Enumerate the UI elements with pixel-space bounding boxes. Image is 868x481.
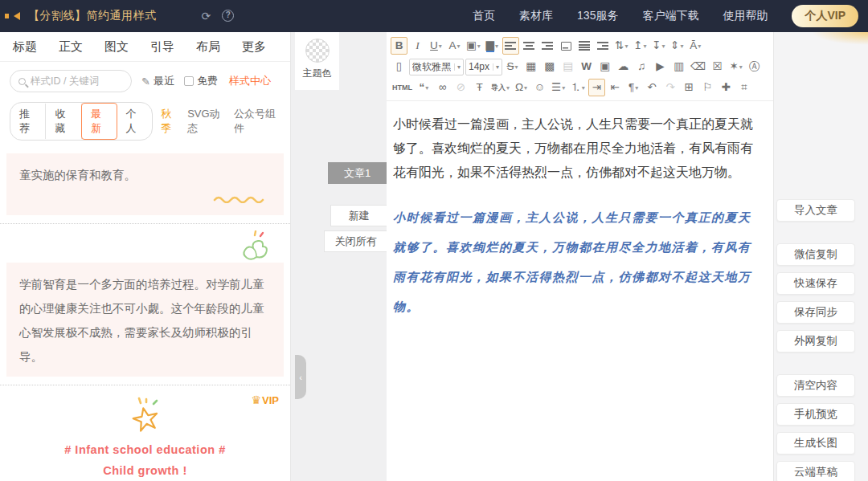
text-style-button[interactable]: ▣▾ xyxy=(465,37,482,55)
style-search-input[interactable] xyxy=(31,75,119,87)
bullet-list-button[interactable]: ☰▾ xyxy=(550,79,567,96)
nav-client-download[interactable]: 客户端下载 xyxy=(642,9,698,23)
font-family-select[interactable]: 微软雅黑▾ xyxy=(409,59,464,75)
import-article-button[interactable]: 导入文章 xyxy=(776,199,855,222)
style-card-3[interactable]: ♛ VIP # Infant school education # Child … xyxy=(0,390,290,481)
nav-help[interactable]: 使用帮助 xyxy=(723,9,768,23)
special-characters-button[interactable]: Ω▾ xyxy=(513,79,530,96)
clear-format-button[interactable]: ☒ xyxy=(709,58,726,75)
paragraph-plain[interactable]: 小时候看过一篇漫画，主人公说，人生只需要一个真正的夏天就够了。喜欢绚烂的夏天，万… xyxy=(393,112,764,185)
personal-vip-button[interactable]: 个人VIP xyxy=(792,5,858,27)
align-justify-button[interactable] xyxy=(576,37,593,55)
paragraph-styled-blue[interactable]: 小时候看过一篇漫画，主人公说，人生只需要一个真正的夏天就够了。喜欢绚烂的夏天，万… xyxy=(393,202,764,321)
space-after-paragraph-button[interactable]: ↧▾ xyxy=(650,37,667,55)
refresh-icon[interactable]: ⟳ xyxy=(202,10,211,22)
new-article-button[interactable]: 新建 xyxy=(330,205,387,226)
layout-columns-button[interactable]: ▥ xyxy=(670,58,687,75)
eraser-button[interactable]: ⌫ xyxy=(689,58,707,75)
import-button[interactable]: 导入▾ xyxy=(489,79,511,96)
article-tab-1[interactable]: 文章1 xyxy=(328,162,387,184)
align-center-button[interactable] xyxy=(521,37,538,55)
tab-body[interactable]: 正文 xyxy=(59,39,83,55)
style-search-box[interactable] xyxy=(10,70,132,92)
font-color-icon: A xyxy=(448,40,456,51)
filter-personal[interactable]: 个人 xyxy=(117,104,151,139)
undo-button[interactable]: ↶ xyxy=(644,79,661,96)
free-filter-checkbox[interactable]: 免费 xyxy=(184,74,218,88)
filter-autumn[interactable]: 秋季 xyxy=(161,107,179,136)
collapse-panel-handle[interactable]: ‹ xyxy=(295,355,306,399)
tab-layout[interactable]: 布局 xyxy=(196,39,220,55)
filter-svg-animation[interactable]: SVG动态 xyxy=(187,107,226,136)
editor-content[interactable]: 小时候看过一篇漫画，主人公说，人生只需要一个真正的夏天就够了。喜欢绚烂的夏天，万… xyxy=(387,101,773,481)
nav-material-library[interactable]: 素材库 xyxy=(519,9,553,23)
insert-video-button[interactable]: ▶ xyxy=(652,58,669,75)
font-size-select[interactable]: 14px▾ xyxy=(465,59,502,75)
image-grid-button[interactable]: ▩ xyxy=(541,58,558,75)
help-icon[interactable]: ? xyxy=(222,10,234,22)
generate-long-image-button[interactable]: 生成长图 xyxy=(776,432,855,455)
paragraph-format-button[interactable]: ¶▾ xyxy=(625,79,642,96)
tab-guide[interactable]: 引导 xyxy=(150,39,174,55)
close-all-button[interactable]: 关闭所有 xyxy=(324,230,387,252)
style-center-link[interactable]: 样式中心 xyxy=(229,74,271,88)
filter-favorites[interactable]: 收藏 xyxy=(46,104,81,139)
line-height-button[interactable]: ⇕▾ xyxy=(669,37,686,55)
outline-list-button[interactable]: ⊞ xyxy=(681,79,698,96)
wechat-copy-button[interactable]: 微信复制 xyxy=(776,243,855,266)
chevron-down-icon: ▾ xyxy=(643,43,646,50)
sidebar-group-gap xyxy=(774,359,868,374)
italic-button[interactable]: I xyxy=(409,37,426,55)
filter-newest[interactable]: 最新 xyxy=(81,103,117,140)
blockquote-button[interactable]: “▾ xyxy=(416,79,432,96)
location-map-button[interactable]: ⚐ xyxy=(699,79,716,96)
tab-image-text[interactable]: 图文 xyxy=(104,39,129,55)
mobile-preview-button[interactable]: 手机预览 xyxy=(776,403,855,426)
align-left-button[interactable] xyxy=(502,37,519,55)
space-before-paragraph-button[interactable]: ↥▾ xyxy=(632,37,649,55)
filter-official-components[interactable]: 公众号组件 xyxy=(234,107,280,136)
font-color-button[interactable]: A▾ xyxy=(446,37,463,55)
image-align-button[interactable] xyxy=(558,37,575,55)
find-replace-button[interactable]: Ⓐ xyxy=(746,58,763,75)
clear-content-button[interactable]: 清空内容 xyxy=(776,374,855,397)
numbered-list-button[interactable]: ⒈▾ xyxy=(568,79,587,96)
tab-more[interactable]: 更多 xyxy=(242,39,266,55)
underline-button[interactable]: U▾ xyxy=(428,37,444,55)
external-copy-button[interactable]: 外网复制 xyxy=(776,330,855,353)
magic-wand-button[interactable]: ✶▾ xyxy=(727,58,744,75)
save-sync-button[interactable]: 保存同步 xyxy=(776,301,855,324)
nav-135-services[interactable]: 135服务 xyxy=(577,9,618,23)
crop-tool-button[interactable]: ⌗ xyxy=(736,79,753,96)
paragraph-spacing-button[interactable]: ⇅▾ xyxy=(613,37,630,55)
divider-button[interactable]: Ŧ xyxy=(471,79,488,96)
html-source-button[interactable]: HTML xyxy=(391,79,414,96)
emoji-button[interactable]: ☺ xyxy=(531,79,548,96)
filter-recommended[interactable]: 推荐 xyxy=(10,104,46,139)
nav-home[interactable]: 首页 xyxy=(473,9,495,23)
style-card-2[interactable]: 学前智育是一个多方面的培养过程。对学前儿童的心理健康关注也不可小觑。这个年龄段的… xyxy=(0,229,290,377)
cloud-image-button[interactable]: ☁ xyxy=(615,58,632,75)
margin-indent-button[interactable]: ⇤ xyxy=(607,79,624,96)
theme-color-swatch[interactable] xyxy=(305,39,330,63)
import-icon: 导入 xyxy=(491,84,506,92)
background-color-button[interactable]: ▆▾ xyxy=(484,37,501,55)
style-card-1[interactable]: 童实施的保育和教育。 xyxy=(6,153,284,215)
insert-audio-button[interactable]: ♫ xyxy=(633,58,650,75)
cloud-draft-button[interactable]: 云端草稿 xyxy=(776,461,855,481)
first-line-indent-button[interactable]: ⇥ xyxy=(588,79,605,96)
bold-button[interactable]: B xyxy=(391,37,407,55)
insert-table-button[interactable]: ▦ xyxy=(522,58,539,75)
move-tool-button[interactable]: ✚ xyxy=(718,79,735,96)
word-import-button[interactable]: W xyxy=(578,58,595,75)
quick-save-button[interactable]: 快速保存 xyxy=(776,272,855,295)
align-right-button[interactable] xyxy=(539,37,556,55)
insert-link-button[interactable]: ∞ xyxy=(434,79,451,96)
indent-button[interactable] xyxy=(595,37,612,55)
letter-spacing-button[interactable]: Ā▾ xyxy=(687,37,704,55)
tab-title[interactable]: 标题 xyxy=(13,39,37,55)
strikethrough-button[interactable]: S▾ xyxy=(504,58,521,75)
new-document-button[interactable]: ▯ xyxy=(391,58,407,75)
recent-button[interactable]: ✎ 最近 xyxy=(141,74,174,88)
insert-image-button[interactable]: ▣ xyxy=(596,58,613,75)
